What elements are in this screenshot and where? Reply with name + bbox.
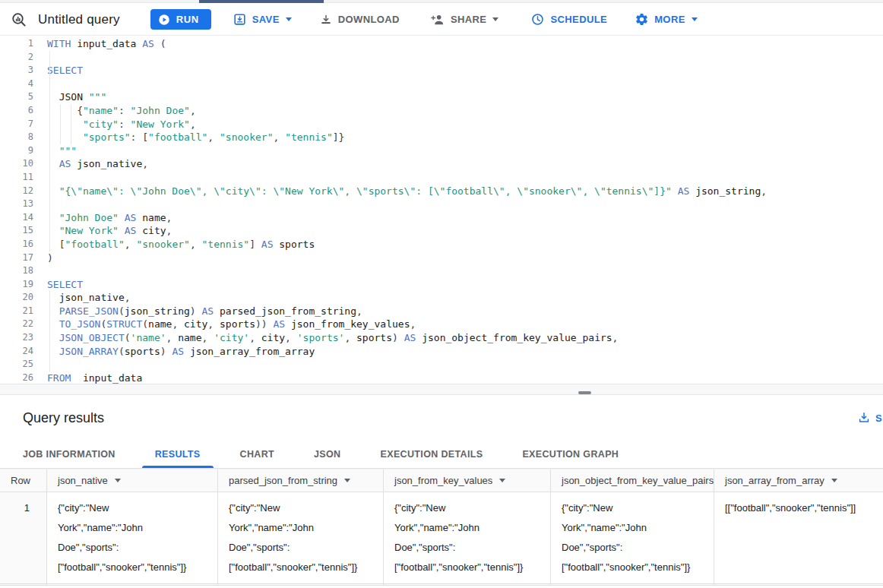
- clock-icon: [530, 12, 545, 27]
- download-button[interactable]: DOWNLOAD: [319, 13, 400, 27]
- code-line: 2: [0, 51, 883, 65]
- line-number: 11: [0, 171, 33, 185]
- code-line: 22 TO_JSON(STRUCT(name, city, sports)) A…: [0, 318, 883, 331]
- code-line: 13: [0, 198, 883, 211]
- tab-execution-graph[interactable]: EXECUTION GRAPH: [509, 441, 631, 468]
- code-line: 16 ["football", "snooker", "tennis"] AS …: [0, 238, 883, 251]
- indent-guide: [49, 291, 50, 371]
- line-number: 5: [0, 90, 33, 104]
- tab-results[interactable]: RESULTS: [142, 441, 214, 468]
- chevron-down-icon: [286, 17, 292, 21]
- sort-dropdown-icon[interactable]: [344, 479, 350, 482]
- save-icon: [233, 12, 247, 27]
- line-number: 3: [0, 64, 33, 77]
- download-results-icon: [857, 411, 871, 425]
- line-number: 4: [0, 77, 33, 91]
- line-number: 13: [0, 198, 33, 211]
- line-number: 15: [0, 224, 33, 238]
- line-number: 22: [0, 318, 33, 331]
- code-line: 14 "John Doe" AS name,: [0, 211, 883, 225]
- code-line: 17): [0, 251, 883, 265]
- code-line: 25: [0, 358, 883, 371]
- more-button[interactable]: MORE: [635, 12, 698, 27]
- table-cell: [["football","snooker","tennis"]]: [714, 492, 883, 586]
- column-header-json_array_from_array[interactable]: json_array_from_array: [714, 469, 883, 492]
- code-line: 18: [0, 264, 883, 278]
- code-line: 1WITH input_data AS (: [0, 37, 883, 51]
- query-title: Untitled query: [38, 12, 120, 27]
- line-number: 23: [0, 331, 33, 345]
- code-line: 19SELECT: [0, 278, 883, 292]
- results-table-header: Rowjson_nativeparsed_json_from_stringjso…: [0, 469, 883, 492]
- line-number: 25: [0, 358, 33, 371]
- run-button[interactable]: RUN: [150, 9, 211, 30]
- panel-drag-handle[interactable]: [578, 391, 591, 394]
- table-cell: {"city":"NewYork","name":"JohnDoe","spor…: [384, 492, 551, 586]
- query-results-title: Query results: [23, 410, 104, 426]
- code-area: 1WITH input_data AS (23SELECT45 JSON """…: [0, 37, 883, 384]
- line-number: 12: [0, 185, 33, 198]
- tab-job-information[interactable]: JOB INFORMATION: [10, 441, 128, 468]
- bottom-divider: [0, 583, 883, 584]
- code-line: 11: [0, 171, 883, 185]
- sort-dropdown-icon[interactable]: [499, 479, 505, 482]
- line-number: 8: [0, 131, 33, 144]
- code-line: 26FROM input_data: [0, 371, 883, 385]
- download-label: DOWNLOAD: [338, 14, 400, 25]
- line-number: 6: [0, 104, 33, 118]
- sort-dropdown-icon[interactable]: [831, 479, 837, 482]
- tab-json[interactable]: JSON: [301, 441, 353, 468]
- code-line: 5 JSON """: [0, 90, 883, 104]
- share-button[interactable]: SHARE: [430, 12, 499, 27]
- line-number: 14: [0, 211, 33, 225]
- column-header-json_object_from_key_value_pairs: json_object_from_key_value_pairs: [551, 469, 714, 492]
- column-header-parsed_json_from_string[interactable]: parsed_json_from_string: [218, 469, 384, 492]
- editor-tab-accent-bar: [199, 0, 324, 3]
- code-line: 12 "{\"name\": \"John Doe\", \"city\": \…: [0, 185, 883, 198]
- schedule-button[interactable]: SCHEDULE: [530, 12, 607, 27]
- line-number: 10: [0, 157, 33, 171]
- run-label: RUN: [176, 14, 199, 25]
- line-number: 7: [0, 118, 33, 131]
- save-results-button[interactable]: S: [857, 409, 883, 427]
- code-line: 15 "New York" AS city,: [0, 224, 883, 238]
- sql-editor[interactable]: 1WITH input_data AS (23SELECT45 JSON """…: [0, 35, 883, 384]
- column-header-json_from_key_values[interactable]: json_from_key_values: [384, 469, 551, 492]
- line-number: 20: [0, 291, 33, 305]
- person-add-icon: [430, 12, 445, 27]
- tab-execution-details[interactable]: EXECUTION DETAILS: [368, 441, 496, 468]
- schedule-label: SCHEDULE: [550, 14, 607, 25]
- code-line: 8 "sports": ["football", "snooker", "ten…: [0, 131, 883, 144]
- tab-chart[interactable]: CHART: [227, 441, 288, 468]
- indent-guide: [71, 104, 71, 144]
- table-row: 1{"city":"NewYork","name":"JohnDoe","spo…: [0, 492, 883, 586]
- query-toolbar: Untitled query RUN SAVE DOWNLOAD SHARE S…: [0, 4, 883, 35]
- code-line: 3SELECT: [0, 64, 883, 77]
- code-line: 23 JSON_OBJECT('name', name, 'city', cit…: [0, 331, 883, 345]
- play-circle-icon: [157, 13, 171, 27]
- sort-dropdown-icon[interactable]: [115, 479, 121, 482]
- line-number: 9: [0, 144, 33, 158]
- save-results-label: S: [875, 413, 882, 424]
- line-number: 17: [0, 251, 33, 265]
- table-cell: {"city":"NewYork","name":"JohnDoe","spor…: [551, 492, 714, 586]
- table-cell: {"city":"NewYork","name":"JohnDoe","spor…: [218, 492, 384, 586]
- row-number-cell: 1: [0, 492, 47, 586]
- line-number: 26: [0, 371, 33, 385]
- line-number: 2: [0, 51, 33, 65]
- code-line: 24 JSON_ARRAY(sports) AS json_array_from…: [0, 345, 883, 359]
- indent-guide: [60, 104, 61, 144]
- query-results-header: Query results S: [0, 395, 883, 441]
- share-label: SHARE: [451, 14, 487, 25]
- query-magnifier-icon: [10, 11, 28, 29]
- gear-icon: [635, 12, 649, 27]
- line-number: 19: [0, 278, 33, 292]
- download-icon: [319, 13, 333, 27]
- column-header-json_native[interactable]: json_native: [47, 469, 218, 492]
- results-table-body: 1{"city":"NewYork","name":"JohnDoe","spo…: [0, 492, 883, 586]
- save-button[interactable]: SAVE: [233, 12, 292, 27]
- line-number: 16: [0, 238, 33, 251]
- window-top-edge: [0, 0, 883, 3]
- code-line: 21 PARSE_JSON(json_string) AS parsed_jso…: [0, 305, 883, 318]
- code-line: 10 AS json_native,: [0, 157, 883, 171]
